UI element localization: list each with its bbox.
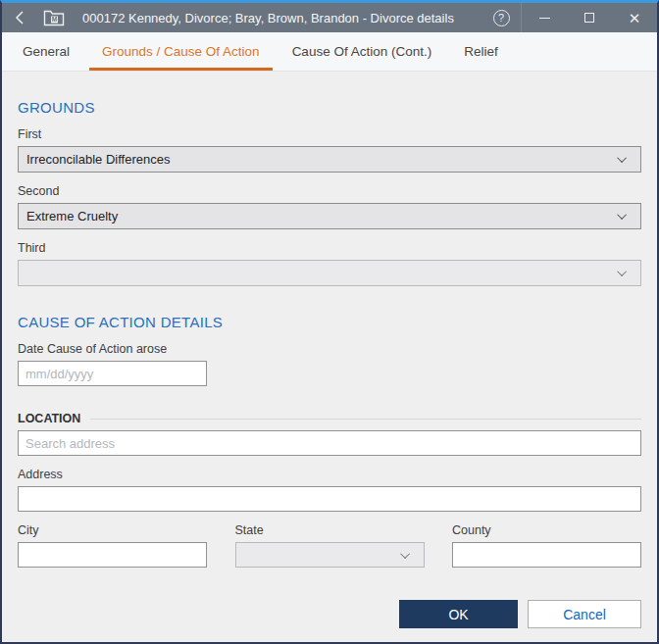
minimize-icon (539, 18, 550, 19)
second-grounds-select[interactable]: Extreme Cruelty (18, 203, 641, 229)
cause-details-heading: CAUSE OF ACTION DETAILS (18, 314, 641, 330)
tab-relief[interactable]: Relief (451, 32, 511, 71)
third-label: Third (18, 241, 641, 255)
tab-bar: General Grounds / Cause Of Action Cause … (2, 32, 657, 72)
first-label: First (18, 127, 641, 141)
city-state-county-row: City State County (18, 523, 641, 568)
help-icon: ? (493, 10, 510, 26)
matter-folder-icon: M (37, 9, 71, 26)
svg-text:M: M (52, 16, 57, 23)
cancel-button[interactable]: Cancel (528, 600, 641, 628)
minimize-button[interactable] (522, 3, 567, 32)
date-cause-input[interactable] (18, 361, 207, 386)
back-button[interactable] (2, 3, 37, 32)
city-input[interactable] (18, 542, 207, 568)
chevron-left-icon (15, 10, 25, 25)
tab-grounds-cause-of-action[interactable]: Grounds / Cause Of Action (89, 32, 273, 71)
divorce-details-dialog: M 000172 Kennedy, Divorce; Bray, Brown, … (0, 0, 659, 644)
form-content: GROUNDS First Irreconcilable Differences… (2, 72, 657, 642)
first-grounds-value: Irreconcilable Differences (26, 152, 620, 167)
help-button[interactable]: ? (482, 3, 521, 32)
chevron-down-icon (400, 549, 410, 559)
tab-general[interactable]: General (10, 32, 82, 71)
close-button[interactable]: ✕ (612, 3, 657, 32)
maximize-icon (584, 13, 594, 23)
address-input[interactable] (18, 486, 641, 512)
titlebar: M 000172 Kennedy, Divorce; Bray, Brown, … (2, 3, 657, 32)
tab-cause-of-action-cont[interactable]: Cause Of Action (Cont.) (279, 32, 445, 71)
location-heading: LOCATION (18, 412, 80, 425)
ok-button[interactable]: OK (399, 600, 518, 628)
second-label: Second (18, 184, 641, 198)
city-label: City (18, 523, 207, 537)
search-address-input[interactable] (18, 430, 641, 456)
date-cause-label: Date Cause of Action arose (18, 342, 641, 356)
grounds-heading: GROUNDS (18, 99, 641, 116)
close-icon: ✕ (629, 11, 641, 25)
state-select[interactable] (235, 542, 425, 568)
window-title: 000172 Kennedy, Divorce; Bray, Brown, Br… (71, 11, 482, 25)
chevron-down-icon (617, 267, 627, 276)
county-input[interactable] (452, 542, 641, 568)
dialog-footer: OK Cancel (18, 582, 641, 628)
third-grounds-select[interactable] (18, 260, 641, 286)
location-group: LOCATION (18, 412, 641, 425)
state-label: State (235, 523, 425, 537)
address-label: Address (18, 468, 641, 481)
second-grounds-value: Extreme Cruelty (26, 209, 620, 223)
maximize-button[interactable] (567, 3, 612, 32)
first-grounds-select[interactable]: Irreconcilable Differences (18, 146, 641, 173)
county-label: County (452, 523, 641, 537)
location-divider (90, 419, 641, 420)
